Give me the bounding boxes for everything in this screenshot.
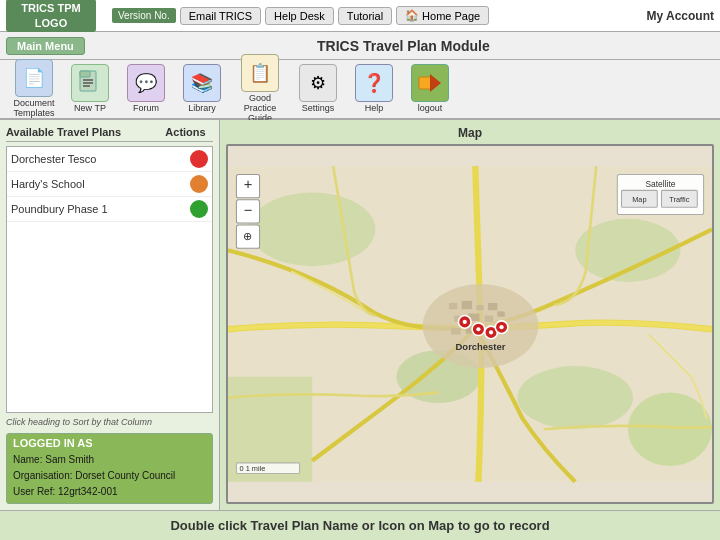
travel-plans-col-header[interactable]: Available Travel Plans xyxy=(6,126,158,138)
logout-button[interactable]: logout xyxy=(406,64,454,114)
svg-rect-15 xyxy=(449,303,457,309)
left-panel: Available Travel Plans Actions Dorcheste… xyxy=(0,120,220,510)
plan-list: Dorchester Tesco Hardy's School Poundbur… xyxy=(6,146,213,413)
tutorial-button[interactable]: Tutorial xyxy=(338,7,392,25)
map-container[interactable]: Dorchester xyxy=(226,144,714,504)
home-icon: 🏠 xyxy=(405,9,419,22)
doc-templates-label: DocumentTemplates xyxy=(13,99,54,119)
new-tp-label: New TP xyxy=(74,104,106,114)
help-button[interactable]: ❓ Help xyxy=(350,64,398,114)
svg-rect-1 xyxy=(80,71,90,77)
bottom-text: Double click Travel Plan Name or Icon on… xyxy=(170,518,549,533)
my-account-button[interactable]: My Account xyxy=(646,9,714,23)
svg-text:Traffic: Traffic xyxy=(669,195,689,204)
version-badge: Version No. xyxy=(112,8,176,23)
second-bar: Main Menu TRICS Travel Plan Module xyxy=(0,32,720,60)
table-header: Available Travel Plans Actions xyxy=(6,126,213,142)
gpg-icon: 📋 xyxy=(241,54,279,92)
home-page-button[interactable]: 🏠 Home Page xyxy=(396,6,489,25)
help-label: Help xyxy=(365,104,384,114)
svg-point-11 xyxy=(517,366,633,429)
forum-label: Forum xyxy=(133,104,159,114)
svg-rect-22 xyxy=(497,311,504,316)
new-tp-button[interactable]: New TP xyxy=(66,64,114,114)
svg-text:−: − xyxy=(244,202,253,218)
logo-line2: LOGO xyxy=(14,16,88,30)
svg-point-34 xyxy=(499,325,503,329)
help-desk-button[interactable]: Help Desk xyxy=(265,7,334,25)
right-panel: Map xyxy=(220,120,720,510)
logo-area: TRICS TPM LOGO xyxy=(6,0,96,32)
svg-marker-6 xyxy=(430,74,441,92)
svg-point-8 xyxy=(249,192,375,266)
map-title: Map xyxy=(226,126,714,140)
user-organisation: Organisation: Dorset County Council xyxy=(13,468,206,484)
table-row[interactable]: Hardy's School xyxy=(7,172,212,197)
logged-in-title: LOGGED IN AS xyxy=(13,437,206,449)
settings-icon: ⚙ xyxy=(299,64,337,102)
svg-text:0    1 mile: 0 1 mile xyxy=(240,464,266,473)
library-button[interactable]: 📚 Library xyxy=(178,64,226,114)
user-ref: User Ref: 12grt342-001 xyxy=(13,484,206,500)
svg-rect-18 xyxy=(488,303,497,310)
plan-status-icon xyxy=(190,150,208,168)
sort-hint: Click heading to Sort by that Column xyxy=(6,417,213,427)
library-icon: 📚 xyxy=(183,64,221,102)
icon-bar: 📄 DocumentTemplates New TP 💬 Forum 📚 Lib… xyxy=(0,60,720,120)
logo-line1: TRICS TPM xyxy=(14,1,88,15)
new-tp-icon xyxy=(71,64,109,102)
svg-text:Dorchester: Dorchester xyxy=(456,341,506,352)
svg-point-13 xyxy=(628,392,712,466)
plan-name: Dorchester Tesco xyxy=(11,153,186,165)
module-title: TRICS Travel Plan Module xyxy=(93,38,714,54)
svg-point-30 xyxy=(476,327,480,331)
bottom-bar: Double click Travel Plan Name or Icon on… xyxy=(0,510,720,540)
plan-name: Poundbury Phase 1 xyxy=(11,203,186,215)
logout-icon xyxy=(411,64,449,102)
actions-col-header[interactable]: Actions xyxy=(158,126,213,138)
table-row[interactable]: Poundbury Phase 1 xyxy=(7,197,212,222)
svg-point-28 xyxy=(463,320,467,324)
user-name: Name: Sam Smith xyxy=(13,452,206,468)
svg-text:⊕: ⊕ xyxy=(243,230,252,242)
main-content: Available Travel Plans Actions Dorcheste… xyxy=(0,120,720,510)
forum-button[interactable]: 💬 Forum xyxy=(122,64,170,114)
svg-text:Map: Map xyxy=(632,195,646,204)
top-bar: TRICS TPM LOGO Version No. Email TRICS H… xyxy=(0,0,720,32)
logged-in-section: LOGGED IN AS Name: Sam Smith Organisatio… xyxy=(6,433,213,504)
help-icon: ❓ xyxy=(355,64,393,102)
table-row[interactable]: Dorchester Tesco xyxy=(7,147,212,172)
svg-point-32 xyxy=(489,330,493,334)
svg-rect-23 xyxy=(451,328,460,334)
settings-button[interactable]: ⚙ Settings xyxy=(294,64,342,114)
svg-rect-17 xyxy=(476,305,483,310)
svg-text:+: + xyxy=(244,176,253,192)
svg-rect-21 xyxy=(485,316,493,322)
email-trics-button[interactable]: Email TRICS xyxy=(180,7,261,25)
settings-label: Settings xyxy=(302,104,335,114)
plan-name: Hardy's School xyxy=(11,178,186,190)
plan-status-icon xyxy=(190,200,208,218)
map-svg: Dorchester xyxy=(228,146,712,502)
good-practice-guide-button[interactable]: 📋 GoodPracticeGuide xyxy=(234,54,286,124)
library-label: Library xyxy=(188,104,216,114)
forum-icon: 💬 xyxy=(127,64,165,102)
main-menu-button[interactable]: Main Menu xyxy=(6,37,85,55)
svg-text:Satellite: Satellite xyxy=(645,179,675,189)
doc-templates-icon: 📄 xyxy=(15,59,53,97)
doc-templates-button[interactable]: 📄 DocumentTemplates xyxy=(10,59,58,119)
plan-status-icon xyxy=(190,175,208,193)
svg-rect-16 xyxy=(462,301,473,309)
logout-label: logout xyxy=(418,104,443,114)
